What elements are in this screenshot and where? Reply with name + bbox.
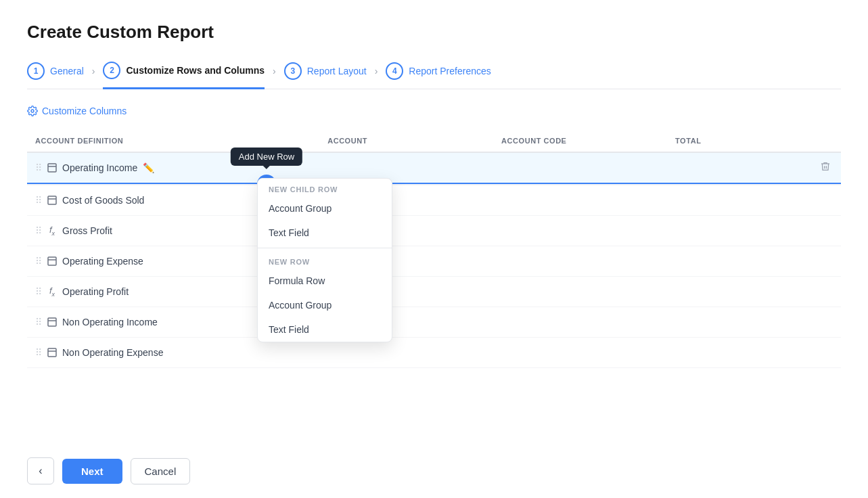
svg-rect-9 [48,348,56,357]
formula-icon: fx [46,286,58,298]
table-row: ⠿fxGross Profit [27,216,841,246]
dropdown-child-label: NEW CHILD ROW [258,179,392,196]
group-icon [46,162,58,174]
drag-handle-icon[interactable]: ⠿ [35,225,42,236]
dropdown-item[interactable]: Text Field [258,221,392,245]
dropdown-item[interactable]: Text Field [258,317,392,342]
customize-columns-link[interactable]: Customize Columns [27,106,841,116]
empty-cell [493,338,667,368]
table-row: ⠿Non Operating Income [27,307,841,338]
col-header-account-def: ACCOUNT DEFINITION [27,130,319,152]
cancel-button[interactable]: Cancel [131,458,191,484]
dropdown-item[interactable]: Account Group [258,196,392,221]
row-label: Gross Profit [62,225,112,236]
empty-cell [667,152,809,183]
row-label: Non Operating Income [62,317,158,327]
empty-cell [493,246,667,277]
delete-button[interactable] [809,152,841,183]
rows-table: ACCOUNT DEFINITION ACCOUNT ACCOUNT CODE … [27,130,841,444]
empty-cell [667,246,809,277]
empty-cell [493,185,667,216]
empty-cell [493,216,667,246]
dropdown-item[interactable]: Account Group [258,293,392,317]
dropdown-item[interactable]: Formula Row [258,269,392,293]
svg-rect-3 [48,196,56,204]
page-title: Create Custom Report [27,22,841,43]
drag-handle-icon[interactable]: ⠿ [35,256,42,267]
svg-rect-5 [48,257,56,265]
step-1-circle: 1 [27,62,45,80]
empty-cell [667,216,809,246]
back-button[interactable]: ‹ [27,457,54,484]
empty-cell [667,307,809,338]
empty-cell [667,277,809,307]
dropdown-divider [258,248,392,248]
group-icon [46,255,58,267]
svg-rect-7 [48,318,56,326]
step-arrow-2: › [273,66,276,85]
table-row: ⠿fxOperating Profit [27,277,841,307]
step-4-circle: 4 [386,62,403,80]
step-arrow-3: › [375,66,378,85]
footer: ‹ Next Cancel [27,444,841,484]
step-customize[interactable]: 2 Customize Rows and Columns [103,62,265,89]
step-layout[interactable]: 3 Report Layout [284,62,367,88]
stepper: 1 General › 2 Customize Rows and Columns… [27,62,841,89]
step-2-label: Customize Rows and Columns [126,65,265,76]
table-row: ⠿Operating Income✏️ [27,152,841,183]
row-label: Cost of Goods Sold [62,195,144,206]
table-row: ⠿Non Operating Expense [27,338,841,368]
customize-columns-label: Customize Columns [42,106,127,116]
empty-cell [493,277,667,307]
table-row: ⠿Operating Expense [27,246,841,277]
step-4-label: Report Preferences [409,66,490,76]
row-label: Operating Expense [62,256,143,267]
step-3-label: Report Layout [307,66,367,76]
step-2-circle: 2 [103,62,120,79]
step-1-label: General [50,66,84,76]
table-row: ⠿Cost of Goods Sold [27,185,841,216]
next-button[interactable]: Next [62,459,122,484]
group-icon [46,346,58,359]
svg-rect-1 [48,164,56,172]
empty-cell [493,307,667,338]
drag-handle-icon[interactable]: ⠿ [35,317,42,327]
col-header-account: ACCOUNT [319,130,493,152]
step-arrow-1: › [92,66,95,85]
group-icon [46,194,58,206]
row-label: Operating Income [62,162,137,173]
col-header-account-code: ACCOUNT CODE [493,130,667,152]
dropdown-row-label: NEW ROW [258,251,392,269]
drag-handle-icon[interactable]: ⠿ [35,162,42,173]
drag-handle-icon[interactable]: ⠿ [35,347,42,358]
col-header-total: TOTAL [667,130,809,152]
step-preferences[interactable]: 4 Report Preferences [386,62,490,88]
row-label: Non Operating Expense [62,347,163,358]
add-row-dropdown: NEW CHILD ROWAccount GroupText FieldNEW … [257,178,392,342]
empty-cell [667,338,809,368]
formula-icon: fx [46,225,58,237]
edit-icon[interactable]: ✏️ [143,162,154,173]
step-3-circle: 3 [284,62,302,80]
empty-cell [493,152,667,183]
drag-handle-icon[interactable]: ⠿ [35,195,42,206]
group-icon [46,316,58,328]
step-general[interactable]: 1 General [27,62,84,88]
drag-handle-icon[interactable]: ⠿ [35,286,42,297]
row-label: Operating Profit [62,286,129,297]
col-header-action [809,130,841,152]
settings-icon [27,106,38,116]
svg-point-0 [31,110,34,112]
empty-cell [667,185,809,216]
